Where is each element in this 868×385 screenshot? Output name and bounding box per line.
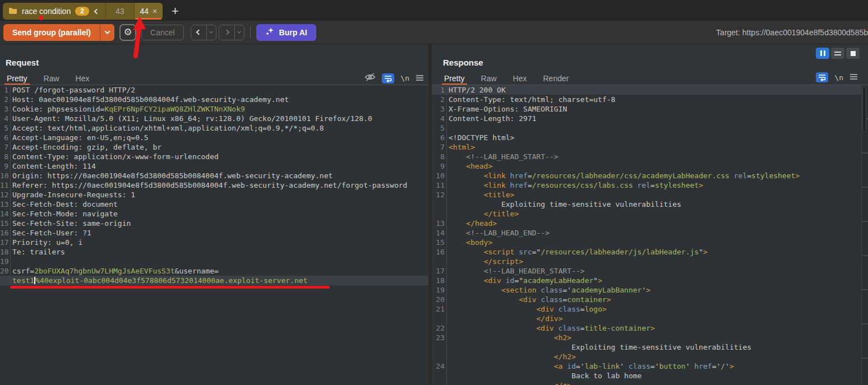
code-line[interactable]: 4User-Agent: Mozilla/5.0 (X11; Linux x86…	[0, 114, 428, 123]
code-line[interactable]: 17Priority: u=0, i	[0, 238, 428, 247]
code-line[interactable]: 12 <title>	[432, 190, 868, 200]
tab-pretty[interactable]: Pretty	[7, 72, 27, 85]
code-line[interactable]: </script>	[432, 257, 868, 266]
code-line[interactable]: 7<html>	[432, 142, 868, 152]
cancel-button[interactable]: Cancel	[141, 25, 184, 40]
tab-pretty[interactable]: Pretty	[444, 72, 465, 85]
active-tab-underline	[136, 18, 161, 20]
code-line[interactable]: 5	[432, 123, 868, 133]
line-number: 15	[0, 219, 11, 228]
code-line[interactable]: 17 <!--LAB_HEADER_START-->	[432, 266, 868, 276]
code-line[interactable]: Exploiting time-sensitive vulnerabilitie…	[432, 200, 868, 209]
request-editor[interactable]: 1POST /forgot-password HTTP/22Host: 0aec…	[0, 85, 428, 385]
code-line[interactable]: Back to lab home	[432, 371, 868, 381]
line-number	[432, 371, 447, 381]
settings-button[interactable]: ⚙	[119, 24, 136, 41]
code-line[interactable]: 11 <link href=/resources/css/labs.css re…	[432, 180, 868, 190]
code-line[interactable]: 13 </head>	[432, 219, 868, 228]
code-line[interactable]: </div>	[432, 314, 868, 323]
code-line[interactable]: 1HTTP/2 200 OK	[432, 85, 868, 95]
editor-menu-icon[interactable]	[849, 72, 858, 82]
code-line[interactable]: 15Sec-Fetch-Site: same-origin	[0, 219, 428, 228]
folder-icon	[8, 6, 17, 16]
tab-hex[interactable]: Hex	[76, 72, 90, 85]
pause-button[interactable]	[816, 48, 829, 59]
code-line[interactable]: 20 <div class=container>	[432, 295, 868, 304]
code-line[interactable]: 3Cookie: phpsessionid=KqEPr6NpFCY2ipaWQ8…	[0, 104, 428, 114]
code-line[interactable]: 15 <body>	[432, 238, 868, 247]
code-line[interactable]: Exploiting time-sensitive vulnerabilitie…	[432, 342, 868, 352]
line-number: 23	[432, 333, 447, 342]
code-line[interactable]: 22 <div class=title-container>	[432, 323, 868, 333]
code-line[interactable]: </a>	[432, 381, 868, 385]
close-tab-icon[interactable]: ×	[153, 7, 157, 15]
tab-44[interactable]: 44 ×	[135, 3, 163, 20]
layout-button[interactable]	[831, 48, 844, 59]
new-tab-button[interactable]: +	[172, 3, 179, 20]
wrap-lines-toggle-icon[interactable]	[816, 72, 828, 82]
code-line[interactable]: 10Origin: https://0aec001904e8f5d3800d58…	[0, 171, 428, 180]
code-line[interactable]: 18Te: trailers	[0, 247, 428, 257]
code-line[interactable]: 10 <link href=/resources/labheader/css/a…	[432, 171, 868, 180]
code-line[interactable]: 16 <script src="/resources/labheader/js/…	[432, 247, 868, 257]
code-line[interactable]: test1%40exploit-0abc004d04e3f578806d5732…	[0, 276, 428, 285]
burp-ai-button[interactable]: Burp AI	[256, 24, 316, 41]
code-line[interactable]: 20csrf=2boFUXAq7hgbnUw7LHMgJsAeEVFusS3t&…	[0, 266, 428, 276]
line-number: 5	[0, 123, 11, 133]
code-line[interactable]: 5Accept: text/html,application/xhtml+xml…	[0, 123, 428, 133]
code-line[interactable]: 2Content-Type: text/html; charset=utf-8	[432, 95, 868, 104]
history-back-button[interactable]	[191, 25, 206, 40]
code-line[interactable]: 9 <head>	[432, 161, 868, 171]
code-line[interactable]: 18 <div id="academyLabHeader">	[432, 276, 868, 285]
code-line[interactable]: 14Sec-Fetch-Mode: navigate	[0, 209, 428, 219]
line-number: 3	[0, 104, 11, 114]
request-panel: Request PrettyRawHex \n 1POST /forgot-pa…	[0, 44, 428, 385]
send-group-button[interactable]: Send group (parallel)	[3, 24, 114, 41]
tab-render[interactable]: Render	[543, 72, 569, 85]
code-line[interactable]: 7Accept-Encoding: gzip, deflate, br	[0, 142, 428, 152]
code-line[interactable]: 19 <section class='academyLabBanner'>	[432, 285, 868, 295]
tab-raw[interactable]: Raw	[481, 72, 497, 85]
tab-group-header[interactable]: race condition 2	[3, 3, 105, 20]
code-line[interactable]: 2Host: 0aec001904e8f5d3800d585b0084004f.…	[0, 95, 428, 104]
stop-button[interactable]	[846, 48, 860, 59]
code-line[interactable]: 23 <h2>	[432, 333, 868, 342]
code-line[interactable]: 16Sec-Fetch-User: ?1	[0, 228, 428, 238]
newline-display-toggle[interactable]: \n	[834, 73, 843, 82]
code-line[interactable]: 19	[0, 257, 428, 266]
tab-group-race-condition[interactable]: race condition 2 43 44 ×	[3, 3, 163, 20]
line-number: 14	[432, 228, 447, 238]
editor-menu-icon[interactable]	[415, 73, 424, 84]
code-line[interactable]: 12Upgrade-Insecure-Requests: 1	[0, 190, 428, 200]
tab-hex[interactable]: Hex	[513, 72, 527, 85]
code-line[interactable]: 8Content-Type: application/x-www-form-ur…	[0, 152, 428, 161]
code-line[interactable]: 1POST /forgot-password HTTP/2	[0, 85, 428, 95]
code-line[interactable]: 6Accept-Language: en-US,en;q=0.5	[0, 133, 428, 142]
history-forward-dropdown[interactable]	[234, 25, 244, 40]
code-line[interactable]: 6<!DOCTYPE html>	[432, 133, 868, 142]
newline-display-toggle[interactable]: \n	[400, 74, 409, 82]
tab-43[interactable]: 43	[106, 3, 134, 20]
code-line[interactable]: 9Content-Length: 114	[0, 161, 428, 171]
line-number: 10	[432, 171, 447, 180]
code-line[interactable]: </h2>	[432, 352, 868, 361]
code-line[interactable]: 14 <!--LAB_HEAD_END-->	[432, 228, 868, 238]
response-editor[interactable]: 1HTTP/2 200 OK2Content-Type: text/html; …	[432, 85, 868, 385]
code-line[interactable]: </title>	[432, 209, 868, 219]
code-line[interactable]: 8 <!--LAB_HEAD_START-->	[432, 152, 868, 161]
response-scrollbar-thumb[interactable]	[862, 86, 866, 132]
code-line[interactable]: 13Sec-Fetch-Dest: document	[0, 200, 428, 209]
code-line[interactable]: 4Content-Length: 2971	[432, 114, 868, 123]
code-line[interactable]: 3X-Frame-Options: SAMEORIGIN	[432, 104, 868, 114]
history-back-dropdown[interactable]	[206, 25, 216, 40]
tab-raw[interactable]: Raw	[44, 72, 59, 85]
collapse-group-icon[interactable]	[94, 10, 99, 13]
code-line[interactable]: 11Referer: https://0aec001904e8f5d3800d5…	[0, 180, 428, 190]
send-options-dropdown[interactable]	[100, 24, 114, 41]
code-line[interactable]: 21 <div class=logo>	[432, 304, 868, 314]
line-number	[432, 200, 447, 209]
history-forward-button[interactable]	[219, 25, 234, 40]
nonprintable-toggle-icon[interactable]	[364, 72, 376, 84]
wrap-lines-toggle-icon[interactable]	[382, 73, 394, 84]
code-line[interactable]: 24 <a id='lab-link' class='button' href=…	[432, 361, 868, 371]
